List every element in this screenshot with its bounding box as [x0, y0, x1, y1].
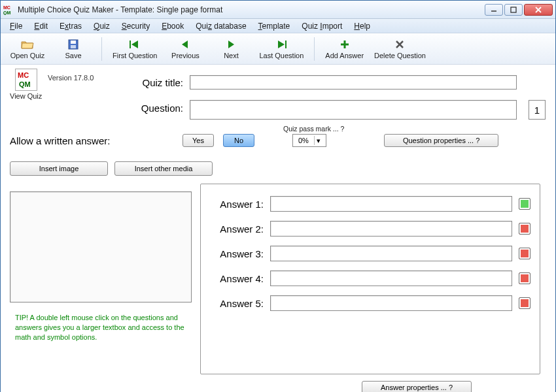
maximize-button[interactable] [504, 4, 523, 16]
open-quiz-label: Open Quiz [10, 52, 45, 59]
window-controls [485, 4, 553, 16]
svg-rect-10 [285, 41, 287, 48]
previous-icon [180, 39, 190, 50]
pass-mark-label: Quiz pass mark ... ? [283, 125, 344, 133]
menu-quiz-database[interactable]: Quiz database [190, 20, 251, 32]
plus-icon [340, 39, 349, 50]
quiz-title-label: Quiz title: [121, 77, 183, 88]
titlebar: MCQM Multiple Choice Quiz Maker - Templa… [1, 1, 555, 19]
svg-text:QM: QM [3, 10, 10, 15]
content-area: MCQM Version 17.8.0 View Quiz Quiz title… [1, 65, 555, 392]
answer-2-input[interactable] [270, 221, 512, 237]
save-label: Save [65, 52, 81, 59]
svg-text:MC: MC [3, 5, 10, 10]
first-question-label: First Question [113, 52, 157, 59]
answer-1-input[interactable] [270, 196, 512, 212]
answer-5-input[interactable] [270, 295, 512, 311]
question-number: 1 [529, 100, 546, 120]
svg-rect-3 [511, 7, 516, 12]
app-icon: MCQM [3, 5, 14, 15]
menu-security[interactable]: Security [116, 20, 155, 32]
previous-label: Previous [171, 52, 200, 59]
menu-edit[interactable]: Edit [29, 20, 53, 32]
allow-written-label: Allow a written answer: [10, 135, 173, 146]
next-icon [226, 39, 236, 50]
no-button[interactable]: No [223, 134, 254, 147]
version-label: Version 17.8.0 [48, 74, 94, 82]
menu-file[interactable]: File [5, 20, 27, 32]
delete-question-label: Delete Question [374, 52, 426, 59]
svg-rect-9 [130, 41, 131, 48]
svg-text:MC: MC [18, 71, 29, 79]
add-answer-button[interactable]: Add Answer [320, 35, 369, 63]
next-label: Next [224, 52, 239, 59]
minimize-button[interactable] [485, 4, 503, 16]
toolbar-separator [314, 37, 315, 61]
answer-3-input[interactable] [270, 246, 512, 261]
answer-3-label: Answer 3: [210, 248, 264, 259]
last-icon [275, 39, 287, 50]
answer-2-correct-chip[interactable] [519, 223, 530, 235]
answer-4-label: Answer 4: [210, 273, 264, 284]
toolbar: Open Quiz Save First Question Previous [1, 33, 555, 65]
previous-button[interactable]: Previous [162, 35, 208, 63]
menu-template[interactable]: Template [253, 20, 296, 32]
question-label: Question: [121, 100, 183, 114]
first-question-button[interactable]: First Question [107, 35, 162, 63]
save-button[interactable]: Save [50, 35, 96, 63]
answer-4-correct-chip[interactable] [519, 272, 530, 284]
toolbar-separator [101, 37, 102, 61]
pass-mark-value: 0% [298, 137, 309, 144]
yes-button[interactable]: Yes [182, 134, 214, 147]
answer-properties-button[interactable]: Answer properties ... ? [362, 381, 472, 392]
media-preview [10, 191, 192, 302]
question-input[interactable] [190, 100, 517, 120]
last-question-label: Last Question [259, 52, 304, 59]
chevron-down-icon: ▾ [314, 136, 323, 145]
insert-image-button[interactable]: Insert image [10, 161, 108, 176]
open-quiz-button[interactable]: Open Quiz [5, 35, 50, 63]
delete-question-button[interactable]: Delete Question [369, 35, 431, 63]
answer-5-correct-chip[interactable] [519, 297, 530, 309]
view-quiz-block[interactable]: MCQM Version 17.8.0 View Quiz [10, 69, 42, 100]
answer-4-input[interactable] [270, 270, 512, 286]
add-answer-label: Add Answer [325, 52, 364, 59]
answer-1-correct-chip[interactable] [519, 198, 530, 210]
pass-mark-select[interactable]: 0% ▾ [292, 134, 326, 147]
close-button[interactable] [524, 4, 553, 16]
question-properties-button[interactable]: Question properties ... ? [384, 134, 498, 147]
svg-rect-7 [71, 41, 76, 44]
menu-quiz[interactable]: Quiz [88, 20, 115, 32]
folder-open-icon [21, 39, 34, 50]
answer-5-label: Answer 5: [210, 298, 264, 309]
answers-panel: Answer 1: Answer 2: Answer 3: Answer 4: [200, 184, 540, 374]
last-question-button[interactable]: Last Question [254, 35, 309, 63]
insert-other-media-button[interactable]: Insert other media [114, 161, 213, 176]
window-title: Multiple Choice Quiz Maker - Template: S… [18, 5, 485, 14]
app-window: MCQM Multiple Choice Quiz Maker - Templa… [0, 0, 556, 392]
answer-1-label: Answer 1: [210, 199, 264, 210]
delete-icon [395, 39, 404, 50]
menubar: File Edit Extras Quiz Security Ebook Qui… [1, 19, 555, 33]
menu-quiz-import[interactable]: Quiz Import [296, 20, 347, 32]
tip-text: TIP! A double left mouse click on the qu… [15, 313, 190, 342]
answer-3-correct-chip[interactable] [519, 248, 530, 259]
save-icon [68, 39, 78, 50]
menu-help[interactable]: Help [349, 20, 375, 32]
svg-rect-8 [71, 45, 76, 48]
svg-text:QM: QM [19, 80, 31, 88]
answer-2-label: Answer 2: [210, 223, 264, 235]
first-icon [129, 39, 141, 50]
next-button[interactable]: Next [208, 35, 254, 63]
view-quiz-label: View Quiz [10, 92, 42, 100]
quiz-title-input[interactable] [190, 75, 517, 90]
menu-ebook[interactable]: Ebook [156, 20, 189, 32]
app-logo-icon: MCQM [15, 69, 37, 91]
menu-extras[interactable]: Extras [54, 20, 87, 32]
